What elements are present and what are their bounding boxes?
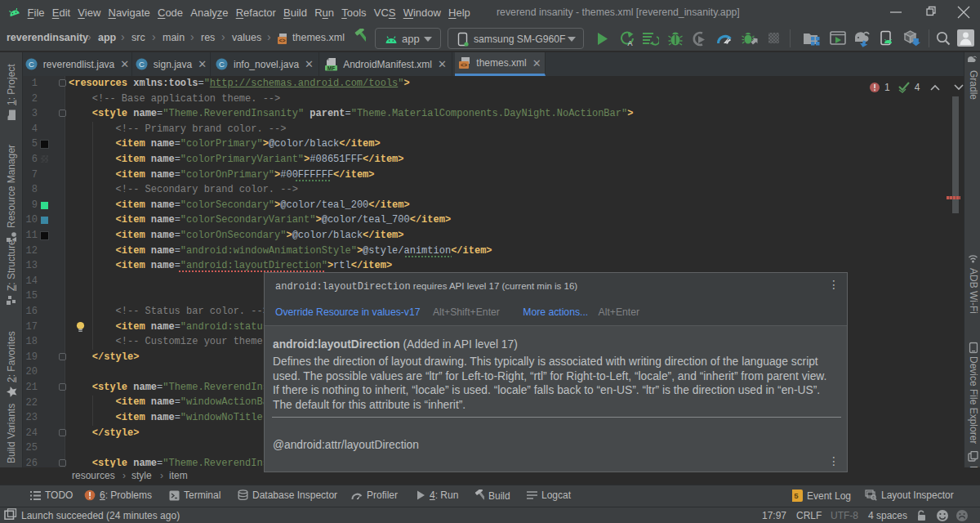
svg-text:<>: <> <box>461 62 467 68</box>
svg-text:5: 5 <box>794 491 799 500</box>
svg-text:MF: MF <box>327 65 335 71</box>
svg-text:C: C <box>139 60 145 69</box>
svg-text:C: C <box>219 60 225 69</box>
svg-text:<>: <> <box>278 38 285 43</box>
svg-text:C: C <box>29 60 34 69</box>
svg-text:A: A <box>627 39 632 47</box>
